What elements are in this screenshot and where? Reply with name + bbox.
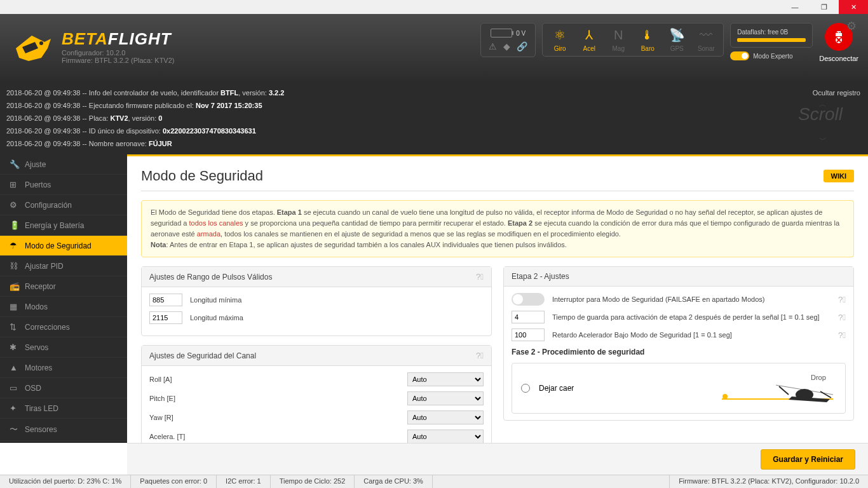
sidebar-icon: ✱: [10, 342, 18, 352]
help-icon[interactable]: ?⃝: [838, 313, 846, 322]
dataflash-panel[interactable]: Dataflash: free 0B: [730, 23, 813, 48]
window-titlebar: — ❐ ✕: [0, 0, 868, 14]
settings-gear-icon[interactable]: ⚙: [846, 19, 857, 33]
sensor-gps: 📡GPS: [662, 27, 691, 52]
sidebar-item-receptor[interactable]: 📻Receptor: [0, 276, 127, 297]
sidebar-item-motores[interactable]: ▲Motores: [0, 358, 127, 378]
log-panel: Ocultar registro ︿ Scroll ﹀ 2018-06-20 @…: [0, 83, 868, 154]
window-minimize[interactable]: —: [780, 0, 810, 14]
sidebar-icon: ⛓: [10, 261, 18, 271]
sidebar-item-modos[interactable]: ▦Modos: [0, 297, 127, 317]
window-close[interactable]: ✕: [839, 0, 868, 14]
throttle-delay-label: Retardo Acelerador Bajo Modo de Segurida…: [552, 331, 831, 339]
sidebar-item-label: Energía y Batería: [25, 221, 84, 230]
sidebar-item-servos[interactable]: ✱Servos: [0, 337, 127, 358]
sidebar-item-label: Modo de Seguridad: [25, 241, 92, 250]
channel-failsafe-panel: Ajustes de Seguridad del Canal?⃝ Roll [A…: [141, 345, 492, 443]
sidebar-item-energía-y-batería[interactable]: 🔋Energía y Batería: [0, 215, 127, 236]
sensor-baro: 🌡Baro: [633, 27, 662, 52]
guard-time-input[interactable]: [512, 311, 545, 323]
diamond-icon: ◆: [503, 41, 510, 51]
log-line: 2018-06-20 @ 09:49:38 -- Ejecutando firm…: [6, 99, 862, 112]
sidebar-item-label: Correcciones: [25, 323, 70, 332]
channel-mode-select[interactable]: Auto: [407, 391, 484, 405]
scroll-label: Scroll: [798, 108, 843, 121]
min-length-input[interactable]: [149, 294, 182, 306]
i2c-errors: I2C error: 1: [217, 475, 271, 488]
help-icon[interactable]: ?⃝: [838, 330, 846, 340]
drop-illustration: Drop: [715, 372, 836, 404]
sensor-label: Mag: [613, 45, 625, 52]
sensor-mag: NMag: [604, 27, 633, 52]
sensor-icon: N: [614, 27, 623, 43]
sidebar: 🔧Ajuste⊞Puertos⚙Configuración🔋Energía y …: [0, 154, 127, 443]
failsafe-switch-label: Interruptor para Modo de Seguridad (FAIL…: [552, 295, 831, 303]
channel-mode-select[interactable]: Auto: [407, 430, 484, 443]
sidebar-item-label: Ajustar PID: [25, 262, 64, 271]
save-reboot-button[interactable]: Guardar y Reiniciar: [761, 449, 855, 470]
log-line: 2018-06-20 @ 09:49:38 -- Placa: KTV2, ve…: [6, 112, 862, 125]
log-line: 2018-06-20 @ 09:49:38 -- ID único de dis…: [6, 125, 862, 137]
sidebar-icon: 🔧: [10, 159, 18, 169]
expert-mode-label: Modo Experto: [753, 53, 792, 60]
sidebar-item-label: Configuración: [25, 201, 72, 210]
panel-title: Etapa 2 - Ajustes: [512, 272, 569, 281]
svg-text:Drop: Drop: [811, 374, 826, 381]
sidebar-item-ajuste[interactable]: 🔧Ajuste: [0, 154, 127, 175]
battery-icon: [491, 29, 512, 37]
help-icon[interactable]: ?⃝: [838, 295, 846, 304]
sidebar-icon: ▦: [10, 302, 18, 311]
channel-mode-select[interactable]: Auto: [407, 372, 484, 386]
sidebar-item-label: Motores: [25, 363, 52, 372]
drop-procedure-option[interactable]: Dejar caer Drop: [512, 363, 846, 414]
sidebar-item-correcciones[interactable]: ⇅Correcciones: [0, 317, 127, 337]
sidebar-item-ajustar-pid[interactable]: ⛓Ajustar PID: [0, 256, 127, 276]
sidebar-item-modo-de-seguridad[interactable]: ☂Modo de Seguridad: [0, 236, 127, 256]
sensor-sonar: 〰Sonar: [691, 27, 721, 52]
sidebar-item-puertos[interactable]: ⊞Puertos: [0, 175, 127, 195]
channel-mode-select[interactable]: Auto: [407, 410, 484, 424]
channel-label: Yaw [R]: [149, 414, 194, 421]
port-usage: Utilización del puerto: D: 23% C: 1%: [0, 475, 131, 488]
window-maximize[interactable]: ❐: [810, 0, 839, 14]
phase2-heading: Fase 2 - Procedimiento de seguridad: [512, 348, 846, 356]
warning-icon: ⚠: [489, 41, 497, 51]
help-icon[interactable]: ?⃝: [476, 272, 484, 281]
help-icon[interactable]: ?⃝: [476, 351, 484, 360]
sidebar-item-label: Receptor: [25, 282, 56, 291]
hide-log-button[interactable]: Ocultar registro: [813, 86, 860, 99]
sidebar-item-osd[interactable]: ▭OSD: [0, 378, 127, 398]
disconnect-label: Desconectar: [819, 55, 858, 62]
sidebar-icon: 🔋: [10, 220, 18, 230]
drop-radio[interactable]: [521, 384, 530, 393]
throttle-delay-input[interactable]: [512, 329, 545, 341]
content-area: Modo de Seguridad WIKI El Modo de Seguri…: [127, 154, 868, 443]
channel-label: Pitch [E]: [149, 395, 194, 402]
sensor-icon: 🌡: [641, 27, 654, 43]
wiki-button[interactable]: WIKI: [824, 170, 854, 182]
failsafe-switch-toggle[interactable]: [512, 293, 545, 306]
sensor-giro: ⚛Giro: [545, 27, 574, 52]
sidebar-item-tiras-led[interactable]: ✦Tiras LED: [0, 398, 127, 419]
sidebar-icon: ⇅: [10, 322, 18, 332]
max-length-input[interactable]: [149, 311, 182, 324]
guard-time-label: Tiempo de guarda para activación de etap…: [552, 313, 831, 321]
sidebar-item-registro-conectado[interactable]: ▤Registro Conectado: [0, 441, 127, 443]
sensor-icon: 📡: [669, 27, 685, 43]
betaflight-logo-icon: [10, 29, 54, 67]
sidebar-item-configuración[interactable]: ⚙Configuración: [0, 195, 127, 215]
stage2-panel: Etapa 2 - Ajustes Interruptor para Modo …: [503, 266, 854, 421]
sidebar-item-sensores[interactable]: 〜Sensores: [0, 419, 127, 441]
panel-title: Ajustes de Rango de Pulsos Válidos: [149, 273, 272, 281]
sensor-acel: ⅄Acel: [574, 27, 604, 52]
log-line: 2018-06-20 @ 09:49:38 -- Info del contro…: [6, 86, 862, 99]
voltage-value: 0 V: [516, 30, 526, 37]
sidebar-icon: ☂: [10, 241, 18, 250]
scroll-down-icon[interactable]: ﹀: [819, 133, 827, 146]
svg-rect-2: [839, 32, 840, 33]
sidebar-item-label: Servos: [25, 343, 48, 352]
sensor-label: Acel: [583, 45, 595, 52]
sensor-label: Sonar: [698, 45, 715, 52]
expert-mode-toggle[interactable]: Modo Experto: [730, 51, 813, 60]
sidebar-icon: ⊞: [10, 180, 18, 189]
